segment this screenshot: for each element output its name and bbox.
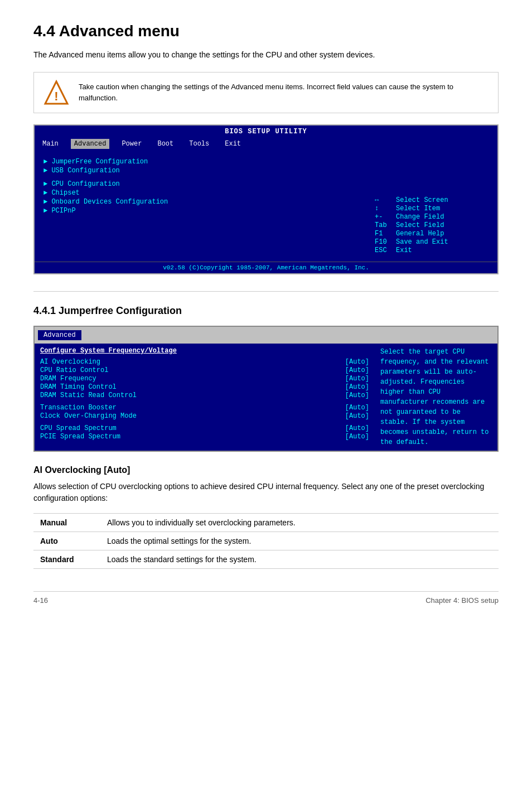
warning-box: ! Take caution when changing the setting…	[33, 72, 499, 113]
warning-text: Take caution when changing the settings …	[79, 79, 489, 103]
bios-keydesc-6: Exit	[396, 247, 412, 254]
bios-keydesc-0: Select Screen	[396, 196, 448, 204]
option-name-manual: Manual	[33, 514, 100, 532]
adv-bios-row-8[interactable]: PCIE Spread Spectrum [Auto]	[40, 433, 369, 441]
table-row-auto: Auto Loads the optimal settings for the …	[33, 532, 499, 550]
adv-bios-tab[interactable]: Advanced	[38, 330, 81, 340]
bios-nav: Main Advanced Power Boot Tools Exit	[35, 138, 497, 150]
bios-shortcut-1: ↕ Select Item	[375, 205, 489, 212]
adv-bios-body: Configure System Frequency/Voltage AI Ov…	[35, 344, 497, 451]
bios-shortcut-2: +- Change Field	[375, 213, 489, 221]
bios-nav-boot[interactable]: Boot	[154, 139, 177, 149]
bios-shortcut-4: F1 General Help	[375, 230, 489, 238]
options-table: Manual Allows you to individually set ov…	[33, 513, 499, 569]
page-number: 4-16	[33, 596, 48, 605]
adv-bios-row-4[interactable]: DRAM Static Read Control [Auto]	[40, 392, 369, 399]
ai-overclocking-title: AI Overclocking [Auto]	[33, 465, 499, 475]
page-footer: 4-16 Chapter 4: BIOS setup	[33, 591, 499, 605]
bios-shortcut-0: ↔ Select Screen	[375, 196, 489, 204]
bios-keydesc-1: Select Item	[396, 205, 440, 212]
adv-bios-row-1[interactable]: CPU Ratio Control [Auto]	[40, 366, 369, 374]
bios-footer: v02.58 (C)Copyright 1985-2007, American …	[35, 262, 497, 273]
bios-key-6: ESC	[375, 247, 391, 254]
bios-key-0: ↔	[375, 196, 391, 204]
bios-menu-item-1[interactable]: ► USB Configuration	[43, 167, 366, 175]
table-row-manual: Manual Allows you to individually set ov…	[33, 514, 499, 532]
bios-shortcuts: ↔ Select Screen ↕ Select Item +- Change …	[370, 194, 493, 257]
bios-nav-exit[interactable]: Exit	[221, 139, 244, 149]
table-row-standard: Standard Loads the standard settings for…	[33, 550, 499, 569]
bios-nav-advanced[interactable]: Advanced	[71, 139, 110, 149]
adv-bios-left: Configure System Frequency/Voltage AI Ov…	[35, 344, 375, 451]
bios-menu-item-5[interactable]: ► PCIPnP	[43, 207, 366, 215]
bios-key-2: +-	[375, 213, 391, 221]
option-desc-auto: Loads the optimal settings for the syste…	[100, 532, 499, 550]
bios-nav-main[interactable]: Main	[39, 139, 62, 149]
bios-shortcut-5: F10 Save and Exit	[375, 238, 489, 246]
bios-title: BIOS SETUP UTILITY	[35, 125, 497, 138]
bios-key-3: Tab	[375, 221, 391, 229]
bios-keydesc-2: Change Field	[396, 213, 444, 221]
bios-keydesc-5: Save and Exit	[396, 238, 448, 246]
bios-keydesc-3: Select Field	[396, 221, 444, 229]
bios-body: ► JumperFree Configuration ► USB Configu…	[35, 150, 497, 262]
adv-bios-row-0[interactable]: AI Overclocking [Auto]	[40, 358, 369, 366]
bios-menu-item-4[interactable]: ► Onboard Devices Configuration	[43, 198, 366, 206]
section-441-title: 4.4.1 Jumperfree Configuration	[33, 305, 499, 317]
bios-screen: BIOS SETUP UTILITY Main Advanced Power B…	[33, 124, 499, 274]
bios-menu: ► JumperFree Configuration ► USB Configu…	[39, 154, 370, 257]
adv-bios-row-7[interactable]: CPU Spread Spectrum [Auto]	[40, 424, 369, 432]
option-name-auto: Auto	[33, 532, 100, 550]
section-44-title: 4.4 Advanced menu	[33, 22, 499, 40]
bios-nav-tools[interactable]: Tools	[186, 139, 212, 149]
bios-shortcut-6: ESC Exit	[375, 247, 489, 254]
adv-bios-section-label: Configure System Frequency/Voltage	[40, 347, 369, 355]
adv-bios-row-2[interactable]: DRAM Frequency [Auto]	[40, 375, 369, 383]
warning-icon: !	[43, 79, 70, 106]
bios-key-5: F10	[375, 238, 391, 246]
svg-text:!: !	[54, 89, 58, 103]
chapter-label: Chapter 4: BIOS setup	[425, 596, 499, 605]
divider-1	[33, 291, 499, 292]
bios-key-1: ↕	[375, 205, 391, 212]
bios-menu-item-0[interactable]: ► JumperFree Configuration	[43, 158, 366, 166]
section-44-desc: The Advanced menu items allow you to cha…	[33, 49, 499, 61]
bios-keydesc-4: General Help	[396, 230, 444, 238]
bios-shortcut-3: Tab Select Field	[375, 221, 489, 229]
adv-bios-row-5[interactable]: Transaction Booster [Auto]	[40, 404, 369, 412]
bios-key-4: F1	[375, 230, 391, 238]
option-name-standard: Standard	[33, 550, 100, 569]
bios-menu-item-2[interactable]: ► CPU Configuration	[43, 180, 366, 188]
bios-nav-power[interactable]: Power	[118, 139, 145, 149]
bios-menu-item-3[interactable]: ► Chipset	[43, 189, 366, 197]
jumperfree-bios-screen: Advanced Configure System Frequency/Volt…	[33, 326, 499, 452]
ai-overclocking-desc: Allows selection of CPU overclocking opt…	[33, 481, 499, 504]
adv-bios-row-6[interactable]: Clock Over-Charging Mode [Auto]	[40, 412, 369, 420]
option-desc-standard: Loads the standard settings for the syst…	[100, 550, 499, 569]
option-desc-manual: Allows you to individually set overclock…	[100, 514, 499, 532]
adv-bios-row-3[interactable]: DRAM Timing Control [Auto]	[40, 383, 369, 391]
adv-bios-right: Select the target CPU frequency, and the…	[375, 344, 497, 451]
